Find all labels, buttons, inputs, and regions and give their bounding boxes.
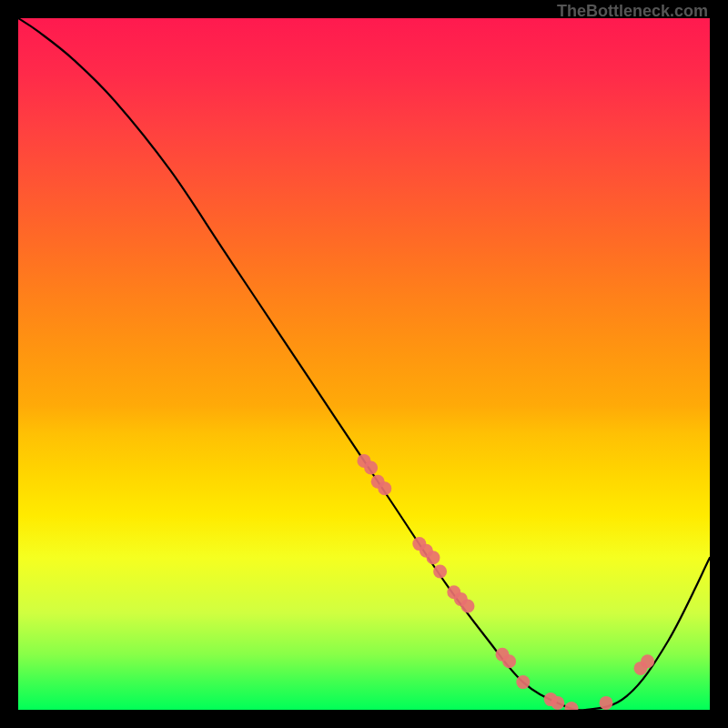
dots-layer [358,454,655,710]
data-point [461,600,475,613]
data-point [378,481,391,495]
data-point [551,696,564,710]
bottleneck-curve [18,18,710,710]
data-point [516,675,530,689]
plot-area [18,18,710,710]
data-point [427,551,440,564]
curve-svg [18,18,710,710]
data-point [641,654,654,668]
data-point [565,702,579,710]
data-point [433,565,447,579]
data-point [364,461,378,475]
data-point [600,696,613,710]
data-point [502,654,516,668]
chart-frame: TheBottleneck.com [0,0,728,728]
watermark-text: TheBottleneck.com [557,2,708,21]
